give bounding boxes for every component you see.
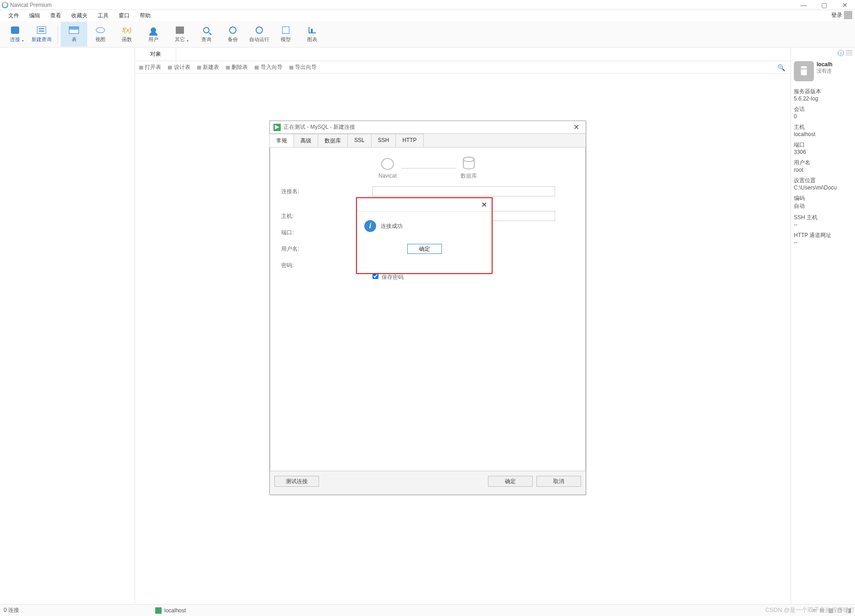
action-new-table[interactable]: ▦ 新建表 — [197, 63, 219, 71]
action-design-table[interactable]: ▦ 设计表 — [168, 63, 190, 71]
action-export[interactable]: ▦ 导出向导 — [289, 63, 317, 71]
close-button[interactable]: ✕ — [834, 0, 855, 10]
toolbar-user[interactable]: 用户 — [140, 22, 167, 47]
toolbar-new-query[interactable]: 新建查询 — [28, 22, 55, 47]
login-label: 登录 — [831, 11, 842, 19]
navicat-logo-icon — [381, 158, 394, 170]
minimize-button[interactable]: — — [793, 0, 814, 10]
title-bar: Navicat Premium — [0, 0, 855, 10]
session-value: 0 — [794, 113, 852, 120]
settings-loc-label: 设置位置 — [794, 177, 852, 184]
menu-view[interactable]: 查看 — [46, 11, 66, 21]
menu-file[interactable]: 文件 — [4, 11, 24, 21]
panel-collapse-icon[interactable]: ▤ — [846, 49, 852, 57]
app-title: Navicat Premium — [10, 2, 52, 8]
app-icon — [2, 2, 8, 8]
object-action-bar: ▦ 打开表 ▦ 设计表 ▦ 新建表 ▦ 删除表 ▦ 导入向导 ▦ 导出向导 🔍 — [135, 61, 791, 74]
dialog-close-button[interactable]: ✕ — [571, 123, 582, 132]
tools-icon — [176, 26, 184, 34]
menu-bar: 文件 编辑 查看 收藏夹 工具 窗口 帮助 — [0, 10, 855, 21]
dialog-title-bar: 正在测试 - MySQL - 新建连接 ✕ — [270, 121, 586, 134]
alert-message: 连接成功 — [381, 222, 403, 230]
toolbar-query[interactable]: 查询 — [193, 22, 220, 47]
function-icon: f(x) — [122, 26, 131, 34]
conn-name: localh — [817, 61, 833, 68]
status-navicat-icon — [155, 607, 162, 614]
tab-ssl[interactable]: SSL — [347, 134, 372, 147]
menu-edit[interactable]: 编辑 — [25, 11, 45, 21]
save-password-row: 保存密码 — [372, 273, 574, 281]
dialog-cancel-button[interactable]: 取消 — [536, 476, 581, 487]
server-version: 5.6.22-log — [794, 95, 852, 102]
settings-loc: C:\Users\mi\Docu — [794, 184, 852, 191]
dialog-footer: 测试连接 确定 取消 — [270, 471, 586, 491]
menu-window[interactable]: 窗口 — [114, 11, 134, 21]
database-icon — [463, 157, 475, 169]
db-icon — [794, 61, 814, 81]
save-password-label: 保存密码 — [382, 274, 404, 280]
menu-help[interactable]: 帮助 — [135, 11, 155, 21]
plug-icon — [11, 26, 19, 34]
port-value: 3306 — [794, 149, 852, 155]
query-icon — [37, 26, 46, 34]
port-label: 端口 — [794, 141, 852, 149]
connection-tree[interactable] — [0, 47, 135, 606]
toolbar-model[interactable]: 模型 — [273, 22, 299, 47]
test-connection-button[interactable]: 测试连接 — [274, 476, 319, 487]
alert-ok-button[interactable]: 确定 — [407, 244, 442, 254]
toolbar-backup[interactable]: 备份 — [220, 22, 246, 47]
object-search-icon[interactable]: 🔍 — [777, 64, 785, 71]
tab-general[interactable]: 常规 — [269, 134, 294, 147]
tab-ssh[interactable]: SSH — [371, 134, 396, 147]
user-value: root — [794, 167, 852, 173]
dialog-ok-button[interactable]: 确定 — [488, 476, 533, 487]
connection-line — [401, 168, 456, 168]
encoding-label: 编码 — [794, 195, 852, 202]
toolbar-chart[interactable]: 图表 — [299, 22, 325, 47]
toolbar-connection[interactable]: 连接▾ — [2, 22, 28, 47]
alert-dialog: ✕ i 连接成功 确定 — [356, 197, 493, 274]
table-icon — [69, 26, 79, 34]
tab-objects[interactable]: 对象 — [135, 47, 176, 61]
status-bar: 0 连接 localhost ≡ ⊞ ▦ ⊡ ◨ — [0, 604, 855, 616]
dialog-body: Navicat 数据库 连接名: 主机: 端口: 用户名: 密码: 保存密码 — [270, 147, 586, 471]
backup-icon — [229, 26, 236, 34]
login-area[interactable]: 登录 — [831, 11, 852, 19]
toolbar-separator — [58, 25, 58, 43]
info-panel: ⓘ ▤ localh 没有连 服务器版本 5.6.22-log 会话 0 主机 … — [791, 47, 855, 606]
action-import[interactable]: ▦ 导入向导 — [254, 63, 282, 71]
tab-http[interactable]: HTTP — [395, 134, 423, 147]
tab-database[interactable]: 数据库 — [318, 134, 348, 147]
server-version-label: 服务器版本 — [794, 88, 852, 95]
object-tabs: 对象 — [135, 47, 791, 61]
dialog-title: 正在测试 - MySQL - 新建连接 — [283, 123, 355, 131]
window-controls: — ▢ ✕ — [793, 0, 855, 10]
toolbar-function[interactable]: f(x)函数 — [114, 22, 140, 47]
status-current: localhost — [164, 607, 186, 614]
tab-advanced[interactable]: 高级 — [294, 134, 318, 147]
encoding-value: 自动 — [794, 202, 852, 210]
maximize-button[interactable]: ▢ — [814, 0, 834, 10]
toolbar-other[interactable]: 其它▾ — [167, 22, 193, 47]
http-label: HTTP 通道网址 — [794, 232, 852, 239]
menu-favorites[interactable]: 收藏夹 — [67, 11, 92, 21]
chart-icon — [309, 27, 316, 33]
conn-name-input[interactable] — [372, 186, 555, 196]
action-delete-table[interactable]: ▦ 删除表 — [226, 63, 248, 71]
host-value: localhost — [794, 131, 852, 137]
toolbar-auto[interactable]: 自动运行 — [246, 22, 273, 47]
user-label: 用户名 — [794, 159, 852, 167]
session-label: 会话 — [794, 105, 852, 113]
action-open-table[interactable]: ▦ 打开表 — [139, 63, 161, 71]
alert-close-button[interactable]: ✕ — [481, 200, 487, 209]
connection-diagram: Navicat 数据库 — [281, 157, 574, 180]
avatar-icon — [844, 11, 852, 19]
toolbar-view[interactable]: 视图 — [87, 22, 114, 47]
conn-name-label: 连接名: — [281, 188, 372, 195]
info-icon[interactable]: ⓘ — [838, 49, 844, 57]
menu-tools[interactable]: 工具 — [93, 11, 113, 21]
http-value: -- — [794, 239, 852, 246]
toolbar-table[interactable]: 表 — [61, 22, 87, 47]
main-toolbar: 连接▾ 新建查询 表 视图 f(x)函数 用户 其它▾ 查询 备份 自动运行 模… — [0, 21, 855, 47]
user-icon — [151, 27, 156, 33]
